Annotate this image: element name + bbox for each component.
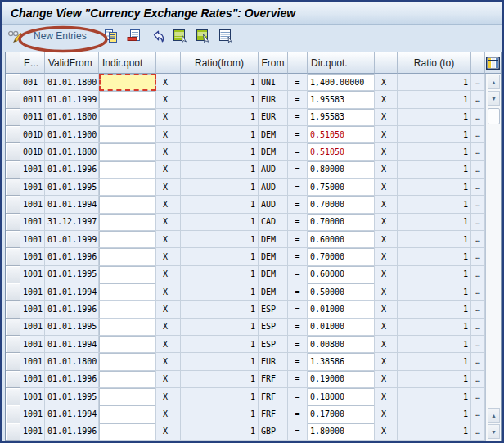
cell-from-currency[interactable]: GBP: [259, 423, 288, 441]
cell-from-currency[interactable]: EUR: [259, 91, 288, 108]
cell-ratio-from[interactable]: 1: [181, 301, 259, 318]
cell-ratio-from[interactable]: 1: [181, 405, 259, 423]
cell-valid-from[interactable]: 01.01.1800: [45, 353, 99, 370]
cell-ratio-from[interactable]: 1: [181, 353, 259, 370]
cell-from-currency[interactable]: DEM: [259, 248, 288, 265]
cell-ratio-to[interactable]: 1: [398, 283, 471, 301]
cell-exrate-type[interactable]: 1001: [20, 388, 45, 405]
cell-exrate-type[interactable]: 1001: [20, 248, 45, 265]
cell-from-currency[interactable]: FRF: [259, 388, 288, 405]
cell-valid-from[interactable]: 01.01.1995: [45, 388, 99, 405]
cell-ratio-to[interactable]: 1: [398, 196, 471, 213]
cell-ratio-to[interactable]: 1: [398, 109, 471, 126]
undo-icon[interactable]: [149, 28, 165, 44]
cell-ratio-to[interactable]: 1: [398, 423, 471, 441]
cell-indirect-quotation-input[interactable]: [99, 319, 156, 336]
cell-direct-quotation-input[interactable]: 0.01000: [308, 301, 375, 318]
cell-direct-quotation-input[interactable]: 0.70000: [308, 196, 375, 213]
cell-direct-quotation-input[interactable]: 0.70000: [308, 214, 375, 231]
cell-ratio-to[interactable]: 1: [398, 248, 471, 265]
cell-indirect-quotation-input[interactable]: [99, 388, 156, 405]
cell-exrate-type[interactable]: 001: [20, 74, 45, 91]
cell-from-currency[interactable]: UNI: [259, 74, 288, 91]
cell-exrate-type[interactable]: 1001: [20, 319, 45, 336]
row-selector[interactable]: [6, 74, 20, 91]
cell-direct-quotation-input[interactable]: 0.75000: [308, 179, 375, 196]
row-selector[interactable]: [6, 196, 20, 213]
cell-valid-from[interactable]: 01.01.1994: [45, 405, 99, 423]
cell-ratio-from[interactable]: 1: [181, 371, 259, 388]
cell-ratio-from[interactable]: 1: [181, 319, 259, 336]
cell-indirect-quotation-input[interactable]: [99, 353, 156, 370]
cell-indirect-quotation-input[interactable]: [99, 266, 156, 283]
cell-valid-from[interactable]: 01.01.1800: [45, 74, 99, 91]
vertical-scrollbar[interactable]: ▲ ▼ ▲ ▼: [485, 74, 501, 441]
row-selector[interactable]: [6, 405, 20, 423]
cell-ratio-from[interactable]: 1: [181, 126, 259, 143]
column-header-from-currency[interactable]: From: [259, 52, 288, 74]
cell-indirect-quotation-input[interactable]: [99, 143, 156, 160]
cell-exrate-type[interactable]: 0011: [20, 91, 45, 108]
cell-from-currency[interactable]: AUD: [259, 179, 288, 196]
cell-from-currency[interactable]: ESP: [259, 336, 288, 353]
cell-valid-from[interactable]: 01.01.1999: [45, 91, 99, 108]
cell-from-currency[interactable]: FRF: [259, 405, 288, 423]
cell-ratio-from[interactable]: 1: [181, 336, 259, 353]
cell-exrate-type[interactable]: 1001: [20, 353, 45, 370]
scroll-up-bottom-button[interactable]: ▲: [488, 408, 500, 423]
cell-valid-from[interactable]: 01.01.1994: [45, 196, 99, 213]
cell-ratio-to[interactable]: 1: [398, 353, 471, 370]
cell-exrate-type[interactable]: 1001: [20, 179, 45, 196]
cell-valid-from[interactable]: 01.01.1996: [45, 423, 99, 441]
cell-direct-quotation-input[interactable]: 0.70000: [308, 248, 375, 265]
cell-ratio-from[interactable]: 1: [181, 214, 259, 231]
cell-ratio-to[interactable]: 1: [398, 214, 471, 231]
cell-ratio-to[interactable]: 1: [398, 336, 471, 353]
cell-ratio-to[interactable]: 1: [398, 388, 471, 405]
cell-direct-quotation-input[interactable]: 0.80000: [308, 161, 375, 179]
cell-indirect-quotation-input[interactable]: [99, 74, 156, 91]
cell-valid-from[interactable]: 01.01.1800: [45, 143, 99, 160]
cell-valid-from[interactable]: 01.01.1996: [45, 161, 99, 179]
cell-ratio-from[interactable]: 1: [181, 109, 259, 126]
column-header-ratio-to[interactable]: Ratio (to): [398, 52, 471, 74]
cell-valid-from[interactable]: 01.01.1996: [45, 301, 99, 318]
cell-exrate-type[interactable]: 0011: [20, 109, 45, 126]
cell-valid-from[interactable]: 01.01.1994: [45, 283, 99, 301]
row-selector[interactable]: [6, 371, 20, 388]
cell-exrate-type[interactable]: 1001: [20, 283, 45, 301]
row-selector[interactable]: [6, 353, 20, 370]
scroll-up-button[interactable]: ▲: [488, 75, 500, 89]
cell-exrate-type[interactable]: 1001: [20, 301, 45, 318]
cell-from-currency[interactable]: DEM: [259, 126, 288, 143]
cell-indirect-quotation-input[interactable]: [99, 126, 156, 143]
cell-ratio-from[interactable]: 1: [181, 231, 259, 248]
cell-ratio-from[interactable]: 1: [181, 266, 259, 283]
cell-valid-from[interactable]: 01.01.1800: [45, 109, 99, 126]
cell-ratio-to[interactable]: 1: [398, 74, 471, 91]
cell-ratio-from[interactable]: 1: [181, 161, 259, 179]
select-block-icon[interactable]: [195, 28, 211, 44]
cell-ratio-to[interactable]: 1: [398, 301, 471, 318]
cell-valid-from[interactable]: 01.01.1900: [45, 126, 99, 143]
cell-ratio-from[interactable]: 1: [181, 74, 259, 91]
cell-from-currency[interactable]: FRF: [259, 371, 288, 388]
row-selector[interactable]: [6, 161, 20, 179]
cell-from-currency[interactable]: AUD: [259, 196, 288, 213]
row-selector[interactable]: [6, 231, 20, 248]
row-selector[interactable]: [6, 283, 20, 301]
cell-valid-from[interactable]: 31.12.1997: [45, 214, 99, 231]
cell-ratio-from[interactable]: 1: [181, 196, 259, 213]
row-selector[interactable]: [6, 266, 20, 283]
cell-valid-from[interactable]: 01.01.1995: [45, 179, 99, 196]
cell-ratio-to[interactable]: 1: [398, 143, 471, 160]
scrollbar-thumb[interactable]: [488, 108, 500, 124]
cell-direct-quotation-input[interactable]: 0.17000: [308, 405, 375, 423]
cell-ratio-to[interactable]: 1: [398, 161, 471, 179]
cell-exrate-type[interactable]: 1001: [20, 161, 45, 179]
delete-entries-icon[interactable]: [126, 28, 142, 44]
column-header-ratio-from[interactable]: Ratio(from): [181, 52, 259, 74]
cell-ratio-to[interactable]: 1: [398, 126, 471, 143]
cell-from-currency[interactable]: DEM: [259, 266, 288, 283]
cell-from-currency[interactable]: CAD: [259, 214, 288, 231]
